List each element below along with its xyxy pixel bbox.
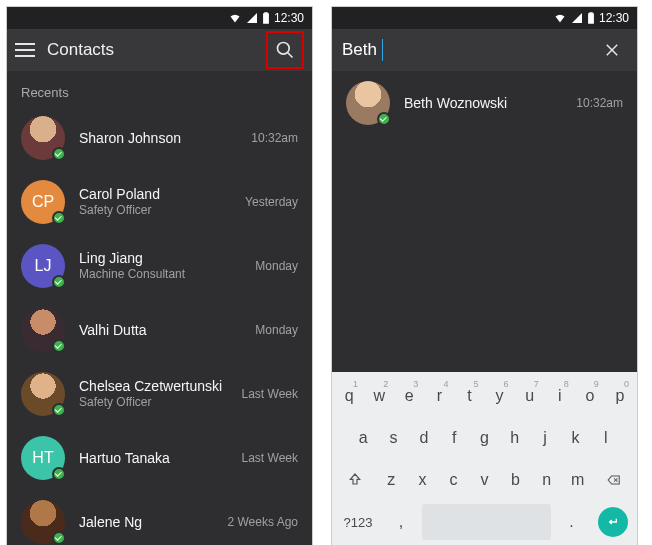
presence-badge	[52, 467, 66, 481]
key-comma[interactable]: ,	[384, 504, 418, 540]
key-m[interactable]: m	[564, 462, 591, 498]
key-t[interactable]: t5	[456, 378, 482, 414]
key-r[interactable]: r4	[426, 378, 452, 414]
contact-name: Jalene Ng	[79, 514, 214, 531]
contact-subtitle: Safety Officer	[79, 394, 228, 410]
contact-name: Ling Jiang	[79, 250, 241, 267]
contact-time: Monday	[255, 323, 298, 337]
key-i[interactable]: i8	[547, 378, 573, 414]
close-button[interactable]	[595, 33, 629, 67]
contacts-list: Sharon Johnson10:32amCPCarol PolandSafet…	[7, 106, 312, 545]
key-period[interactable]: .	[555, 504, 589, 540]
key-shift[interactable]	[336, 462, 374, 498]
key-n[interactable]: n	[533, 462, 560, 498]
section-recents: Recents	[7, 71, 312, 106]
contact-row[interactable]: Chelsea CzetwertunskiSafety OfficerLast …	[7, 362, 312, 426]
contact-text: Valhi Dutta	[79, 322, 241, 339]
svg-line-1	[288, 53, 293, 58]
search-input[interactable]	[340, 36, 585, 64]
contact-name: Sharon Johnson	[79, 130, 237, 147]
key-a[interactable]: a	[350, 420, 376, 456]
avatar	[346, 81, 390, 125]
key-e[interactable]: e3	[396, 378, 422, 414]
key-symbols[interactable]: ?123	[336, 504, 380, 540]
text-cursor	[382, 39, 383, 61]
key-enter[interactable]	[592, 504, 633, 540]
key-p[interactable]: p0	[607, 378, 633, 414]
avatar: HT	[21, 436, 65, 480]
avatar	[21, 500, 65, 544]
presence-badge	[377, 112, 391, 126]
key-k[interactable]: k	[562, 420, 588, 456]
contact-row[interactable]: HTHartuo TanakaLast Week	[7, 426, 312, 490]
contact-text: Ling JiangMachine Consultant	[79, 250, 241, 283]
contact-time: Yesterday	[245, 195, 298, 209]
key-space[interactable]	[422, 504, 551, 540]
contact-row[interactable]: Beth Woznowski10:32am	[332, 71, 637, 135]
wifi-icon	[553, 12, 567, 24]
search-button[interactable]	[266, 31, 304, 69]
status-bar: 12:30	[332, 7, 637, 29]
key-backspace[interactable]	[595, 462, 633, 498]
status-bar: 12:30	[7, 7, 312, 29]
key-b[interactable]: b	[502, 462, 529, 498]
key-v[interactable]: v	[471, 462, 498, 498]
contact-text: Beth Woznowski	[404, 95, 562, 112]
page-title: Contacts	[47, 40, 114, 60]
contact-time: Last Week	[242, 387, 298, 401]
presence-badge	[52, 211, 66, 225]
menu-icon[interactable]	[15, 39, 37, 61]
presence-badge	[52, 147, 66, 161]
contact-time: 10:32am	[251, 131, 298, 145]
key-u[interactable]: u7	[517, 378, 543, 414]
contact-subtitle: Safety Officer	[79, 202, 231, 218]
key-f[interactable]: f	[441, 420, 467, 456]
contact-text: Sharon Johnson	[79, 130, 237, 147]
contact-text: Jalene Ng	[79, 514, 214, 531]
key-d[interactable]: d	[411, 420, 437, 456]
contact-row[interactable]: Sharon Johnson10:32am	[7, 106, 312, 170]
key-l[interactable]: l	[593, 420, 619, 456]
signal-icon	[246, 12, 258, 24]
avatar	[21, 116, 65, 160]
key-s[interactable]: s	[380, 420, 406, 456]
wifi-icon	[228, 12, 242, 24]
key-c[interactable]: c	[440, 462, 467, 498]
contact-text: Carol PolandSafety Officer	[79, 186, 231, 219]
key-q[interactable]: q1	[336, 378, 362, 414]
soft-keyboard: q1w2e3r4t5y6u7i8o9p0 asdfghjkl zxcvbnm ?…	[332, 372, 637, 545]
contact-subtitle: Machine Consultant	[79, 266, 241, 282]
presence-badge	[52, 531, 66, 545]
avatar	[21, 308, 65, 352]
contact-row[interactable]: Valhi DuttaMonday	[7, 298, 312, 362]
key-o[interactable]: o9	[577, 378, 603, 414]
presence-badge	[52, 403, 66, 417]
contact-name: Carol Poland	[79, 186, 231, 203]
contact-name: Valhi Dutta	[79, 322, 241, 339]
key-w[interactable]: w2	[366, 378, 392, 414]
key-g[interactable]: g	[471, 420, 497, 456]
contact-row[interactable]: LJLing JiangMachine ConsultantMonday	[7, 234, 312, 298]
backspace-icon	[604, 473, 624, 487]
svg-point-0	[278, 43, 290, 55]
key-x[interactable]: x	[409, 462, 436, 498]
contact-row[interactable]: CPCarol PolandSafety OfficerYesterday	[7, 170, 312, 234]
key-z[interactable]: z	[378, 462, 405, 498]
search-bar	[332, 29, 637, 71]
battery-icon	[262, 11, 270, 25]
key-y[interactable]: y6	[487, 378, 513, 414]
avatar	[21, 372, 65, 416]
search-results: Beth Woznowski10:32am	[332, 71, 637, 372]
key-j[interactable]: j	[532, 420, 558, 456]
contact-time: 10:32am	[576, 96, 623, 110]
contact-name: Beth Woznowski	[404, 95, 562, 112]
enter-icon	[605, 514, 621, 530]
key-h[interactable]: h	[502, 420, 528, 456]
contact-time: 2 Weeks Ago	[228, 515, 299, 529]
contact-text: Chelsea CzetwertunskiSafety Officer	[79, 378, 228, 411]
contact-time: Last Week	[242, 451, 298, 465]
avatar: LJ	[21, 244, 65, 288]
shift-icon	[347, 472, 363, 488]
contact-row[interactable]: Jalene Ng2 Weeks Ago	[7, 490, 312, 545]
phone-contacts: 12:30 Contacts Recents Sharon Johnson10:…	[6, 6, 313, 545]
